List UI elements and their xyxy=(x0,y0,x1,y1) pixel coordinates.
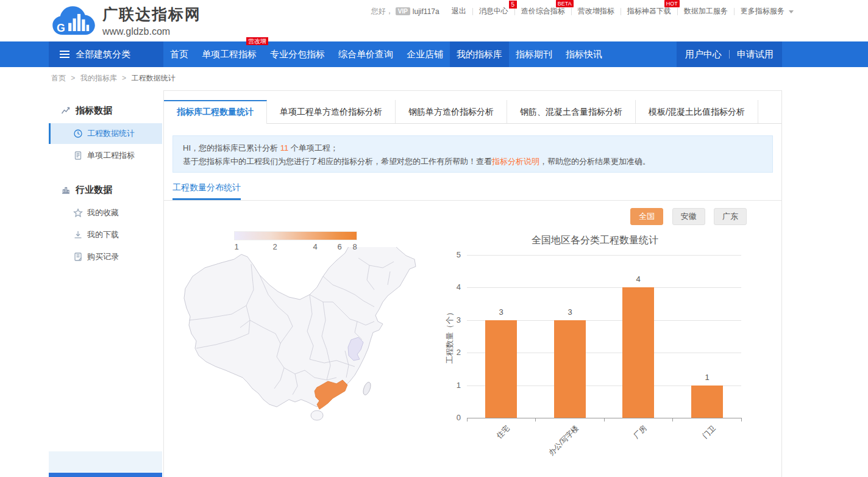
analysis-help-link[interactable]: 指标分析说明 xyxy=(492,157,539,166)
y-tick: 1 xyxy=(433,381,461,390)
category-menu-button[interactable]: 全部建筑分类 xyxy=(49,41,163,67)
sidebar: 指标数据 工程数据统计 单项工程指标 行业数据 我的收藏 xyxy=(49,90,162,451)
x-tick xyxy=(535,418,536,421)
beta-badge: BETA xyxy=(556,0,574,7)
y-tick: 4 xyxy=(433,282,461,292)
clock-icon xyxy=(73,129,83,138)
sidebar-item-single-project-index[interactable]: 单项工程指标 xyxy=(49,145,162,166)
map-color-legend xyxy=(234,231,357,240)
region-button-guangdong[interactable]: 广东 xyxy=(714,208,747,225)
notice-line-1: HI，您的指标库已累计分析 11 个单项工程； xyxy=(183,142,763,155)
nav-item-home[interactable]: 首页 xyxy=(163,41,195,67)
notice-box: HI，您的指标库已累计分析 11 个单项工程； 基于您指标库中的工程我们为您进行… xyxy=(173,135,773,173)
sidebar-section-industry-data: 行业数据 xyxy=(49,178,162,201)
artifact-download-link[interactable]: 指标神器下载 HOT xyxy=(621,6,677,16)
tab-rebar-cost-analysis[interactable]: 钢筋单方造价指标分析 xyxy=(396,100,507,123)
tab-project-count-stats[interactable]: 指标库工程数量统计 xyxy=(164,100,267,124)
tab-unit-cost-analysis[interactable]: 单项工程单方造价指标分析 xyxy=(267,100,396,123)
star-icon xyxy=(73,208,83,218)
sidebar-item-project-data-stats[interactable]: 工程数据统计 xyxy=(49,123,162,144)
main-content-card: 指标库工程数量统计 单项工程单方造价指标分析 钢筋单方造价指标分析 钢筋、混凝土… xyxy=(163,90,782,477)
bar-factory[interactable]: 4 xyxy=(622,255,654,418)
sidebar-item-my-favorites[interactable]: 我的收藏 xyxy=(49,203,162,223)
sidebar-footer-bar xyxy=(49,473,162,477)
category-label-office: 办公/写字楼 xyxy=(546,423,581,458)
nav-item-my-library[interactable]: 我的指标库 xyxy=(450,41,509,67)
breadcrumb: 首页 > 我的指标库 > 工程数据统计 xyxy=(51,73,175,84)
subtab-row: 工程数量分布统计 xyxy=(164,182,781,201)
cost-composite-link[interactable]: 造价综合指标 BETA xyxy=(515,6,571,16)
vip-badge: VIP xyxy=(396,7,410,15)
page: G 广联达指标网 www.gldzb.com 您好， VIP lujif117a… xyxy=(0,0,868,477)
greeting-text: 您好， xyxy=(365,6,393,16)
nav-right-block: 用户中心 申请试用 xyxy=(677,41,782,67)
sidebar-section-index-data: 指标数据 xyxy=(49,99,162,122)
breadcrumb-home[interactable]: 首页 xyxy=(51,74,66,82)
y-tick: 5 xyxy=(433,250,461,259)
more-services-link[interactable]: 更多指标服务 xyxy=(735,6,800,16)
project-count: 11 xyxy=(280,143,289,152)
notice-line-2: 基于您指标库中的工程我们为您进行了相应的指标分析，希望对您的工作有所帮助！查看指… xyxy=(183,155,763,168)
nav-item-journal[interactable]: 指标期刊 xyxy=(509,41,559,67)
category-label-factory: 厂房 xyxy=(631,423,649,441)
hamburger-menu-icon xyxy=(60,49,69,60)
bar-office[interactable]: 3 xyxy=(554,255,586,418)
site-title: 广联达指标网 xyxy=(102,4,201,24)
breadcrumb-my-library[interactable]: 我的指标库 xyxy=(80,74,117,82)
y-tick: 0 xyxy=(433,413,461,422)
chart-title: 全国地区各分类工程数量统计 xyxy=(433,234,756,247)
x-tick xyxy=(741,418,742,421)
top-header: G 广联达指标网 www.gldzb.com 您好， VIP lujif117a… xyxy=(0,0,868,41)
document-icon xyxy=(73,151,83,160)
data-processing-link[interactable]: 数据加工服务 xyxy=(678,6,734,16)
nav-item-subcontract[interactable]: 专业分包指标 xyxy=(263,41,332,67)
x-tick xyxy=(604,418,605,421)
nav-item-unit-price[interactable]: 综合单价查询 xyxy=(332,41,400,67)
category-label-guardhouse: 门卫 xyxy=(700,423,718,441)
y-tick: 3 xyxy=(433,315,461,325)
divider xyxy=(164,200,781,201)
nav-item-news[interactable]: 指标快讯 xyxy=(559,41,609,67)
hainan-province xyxy=(311,411,323,420)
apply-trial-link[interactable]: 申请试用 xyxy=(730,49,781,60)
region-button-anhui[interactable]: 安徽 xyxy=(672,208,705,225)
logout-link[interactable]: 退出 xyxy=(446,6,472,16)
subtab-distribution-stats[interactable]: 工程数量分布统计 xyxy=(173,182,241,200)
taiwan-island xyxy=(362,381,372,396)
bar-residential[interactable]: 3 xyxy=(485,255,517,418)
sidebar-item-my-downloads[interactable]: 我的下载 xyxy=(49,224,162,245)
svg-text:G: G xyxy=(57,23,65,35)
cloud-logo-icon: G xyxy=(51,3,96,38)
vat-index-link[interactable]: 营改增指标 xyxy=(572,6,621,16)
user-center-link[interactable]: 用户中心 xyxy=(678,49,729,60)
caret-down-icon xyxy=(789,10,794,13)
region-filter-buttons: 全国 安徽 广东 xyxy=(624,208,747,225)
x-tick xyxy=(467,418,468,421)
bar-chart-panel: 全国地区各分类工程数量统计 工程数量（个） 5 4 3 2 1 0 3 xyxy=(433,229,756,473)
site-logo[interactable]: G 广联达指标网 www.gldzb.com xyxy=(51,3,201,38)
bar-guardhouse[interactable]: 1 xyxy=(691,255,723,418)
map-legend-ticks: 1 2 4 6 8 xyxy=(234,242,357,252)
nav-item-single-project[interactable]: 单项工程指标 营改增 xyxy=(195,41,263,67)
trend-chart-icon xyxy=(61,106,71,115)
category-label-residential: 住宅 xyxy=(494,423,512,441)
topbar-links: 您好， VIP lujif117a 退出 消息中心 5 造价综合指标 BETA … xyxy=(365,6,800,16)
china-map[interactable] xyxy=(173,247,429,434)
download-icon xyxy=(73,230,83,240)
tab-formwork-concrete-ratio[interactable]: 模板/混凝土比值指标分析 xyxy=(636,100,758,123)
tab-rebar-concrete-content[interactable]: 钢筋、混凝土含量指标分析 xyxy=(507,100,636,123)
breadcrumb-current: 工程数据统计 xyxy=(131,74,175,82)
username: lujif117a xyxy=(413,7,446,16)
receipt-icon xyxy=(73,252,83,262)
main-nav: 全部建筑分类 首页 单项工程指标 营改增 专业分包指标 综合单价查询 企业店铺 … xyxy=(0,41,868,67)
sidebar-item-purchase-records[interactable]: 购买记录 xyxy=(49,246,162,267)
x-tick xyxy=(672,418,673,421)
china-map-panel: 1 2 4 6 8 xyxy=(173,226,429,434)
region-button-national[interactable]: 全国 xyxy=(630,208,663,225)
bar-chart-icon xyxy=(61,185,71,195)
nav-item-enterprise-shop[interactable]: 企业店铺 xyxy=(400,41,450,67)
site-url: www.gldzb.com xyxy=(102,26,201,37)
y-tick: 2 xyxy=(433,348,461,357)
message-center-link[interactable]: 消息中心 5 xyxy=(473,6,514,16)
nav-menu: 首页 单项工程指标 营改增 专业分包指标 综合单价查询 企业店铺 我的指标库 指… xyxy=(163,41,609,67)
